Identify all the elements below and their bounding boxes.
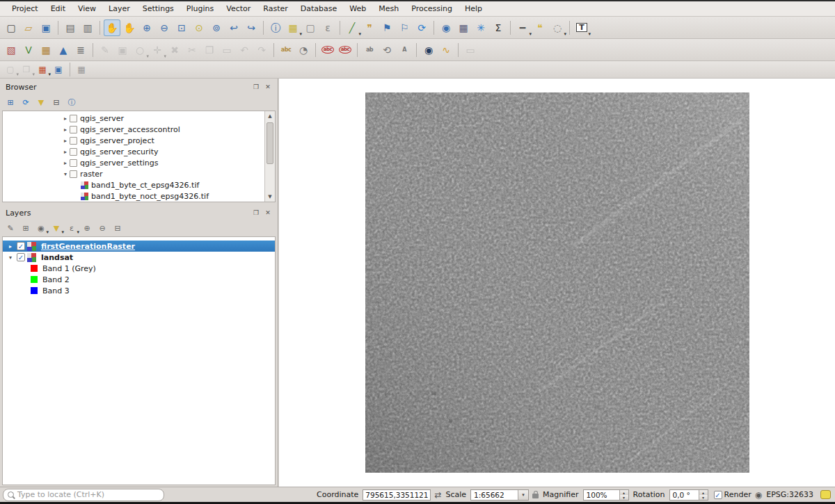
- browser-item[interactable]: band1_byte_noct_epsg4326.tif: [3, 190, 264, 202]
- layer-visibility-checkbox[interactable]: ✓: [17, 242, 25, 250]
- menu-item-database[interactable]: Database: [294, 3, 344, 15]
- move-label-icon[interactable]: ab: [361, 42, 378, 58]
- text-annotation-icon[interactable]: ❝: [532, 19, 548, 36]
- show-layout-manager-icon[interactable]: ▥: [79, 19, 96, 36]
- label-tool-icon[interactable]: T▾: [573, 19, 590, 36]
- messages-icon[interactable]: [820, 490, 831, 499]
- map-tips-icon[interactable]: ❞: [361, 19, 378, 36]
- select-features-icon[interactable]: ▦▾: [285, 19, 301, 36]
- map-canvas[interactable]: [279, 79, 835, 487]
- coordinate-input[interactable]: 795615,3351121: [363, 489, 431, 501]
- zoom-full-icon[interactable]: ⊡: [173, 19, 190, 36]
- browser-item[interactable]: ▸qgis_server_security: [3, 146, 264, 157]
- close-panel-icon[interactable]: ✕: [264, 83, 272, 90]
- advanced-digitizing-icon[interactable]: ▦▾: [35, 63, 50, 76]
- lock-scale-icon[interactable]: [532, 494, 539, 498]
- change-label-icon[interactable]: A: [396, 42, 413, 58]
- menu-item-layer[interactable]: Layer: [102, 3, 136, 15]
- browser-item[interactable]: ▸qgis_server: [3, 113, 264, 124]
- menu-item-settings[interactable]: Settings: [136, 3, 180, 15]
- menu-item-help[interactable]: Help: [459, 3, 488, 15]
- add-group-icon[interactable]: ⊞: [19, 222, 33, 234]
- menu-item-vector[interactable]: Vector: [220, 3, 257, 15]
- measure-icon[interactable]: ╱▾: [344, 19, 360, 36]
- filter-legend-icon[interactable]: ▼▾: [49, 222, 63, 234]
- rotation-spinbox[interactable]: 0,0 ° ▴▾: [669, 489, 708, 501]
- save-project-icon[interactable]: ▣: [38, 19, 54, 36]
- layer-item[interactable]: ▸✓firstGenerationRaster: [3, 241, 275, 252]
- refresh-browser-icon[interactable]: ⟳: [19, 96, 33, 108]
- refresh-map-icon[interactable]: ⟳: [413, 19, 430, 36]
- open-project-icon[interactable]: ▱: [20, 19, 37, 36]
- float-panel-icon[interactable]: ❐: [252, 209, 260, 216]
- pin-labels-icon[interactable]: abc: [319, 42, 336, 58]
- metasearch-icon[interactable]: ◉: [420, 42, 437, 58]
- magnifier-spinbox[interactable]: 100% ▴▾: [583, 489, 629, 501]
- collapse-all-layers-icon[interactable]: ⊖: [95, 222, 109, 234]
- zoom-next-icon[interactable]: ↪: [243, 19, 260, 36]
- menu-item-raster[interactable]: Raster: [257, 3, 294, 15]
- pan-to-selection-icon[interactable]: ✋: [121, 19, 138, 36]
- menu-item-plugins[interactable]: Plugins: [180, 3, 220, 15]
- add-raster-layer-icon[interactable]: ▦: [38, 42, 54, 58]
- annotation-icon[interactable]: ◌▾: [549, 19, 566, 36]
- manage-map-themes-icon[interactable]: ◉▾: [34, 222, 48, 234]
- properties-widget-icon[interactable]: ⓘ: [65, 96, 79, 108]
- extents-toggle-icon[interactable]: ⇄: [434, 490, 441, 500]
- menu-item-web[interactable]: Web: [343, 3, 372, 15]
- spin-buttons[interactable]: ▴▾: [619, 490, 628, 500]
- python-console-icon[interactable]: ∿: [438, 42, 454, 58]
- scrollbar-thumb[interactable]: [267, 122, 273, 164]
- menu-item-mesh[interactable]: Mesh: [372, 3, 405, 15]
- open-data-source-manager-icon[interactable]: ▧: [3, 42, 19, 58]
- browser-item[interactable]: ▸qgis_server_settings: [3, 157, 264, 168]
- layer-item[interactable]: ▾✓landsat: [3, 252, 275, 263]
- stream-digitizing-icon[interactable]: ▣: [51, 63, 66, 76]
- spin-buttons[interactable]: ▴▾: [699, 490, 708, 500]
- deselect-features-icon[interactable]: ▢: [302, 19, 319, 36]
- menu-item-processing[interactable]: Processing: [405, 3, 459, 15]
- expand-all-icon[interactable]: ⊕: [80, 222, 94, 234]
- band-item[interactable]: Band 3: [3, 285, 275, 296]
- menu-item-edit[interactable]: Edit: [45, 3, 72, 15]
- open-attribute-table-icon[interactable]: ▦: [455, 19, 472, 36]
- statistics-summary-icon[interactable]: Σ: [490, 19, 507, 36]
- browser-item[interactable]: ▸qgis_server_accesscontrol: [3, 124, 264, 135]
- browser-item[interactable]: band1_byte_ct_epsg4326.tif: [3, 179, 264, 190]
- identify-features-icon[interactable]: ⓘ: [267, 19, 284, 36]
- render-checkbox[interactable]: ✓ Render: [712, 490, 752, 499]
- new-bookmark-icon[interactable]: ⚑: [379, 19, 395, 36]
- remove-layer-icon[interactable]: ⊟: [111, 222, 125, 234]
- filter-browser-icon[interactable]: ▼: [34, 96, 48, 108]
- locate-search-input[interactable]: Type to locate (Ctrl+K): [3, 489, 164, 501]
- zoom-out-icon[interactable]: ⊖: [156, 19, 173, 36]
- float-panel-icon[interactable]: ❐: [252, 83, 260, 90]
- new-print-layout-icon[interactable]: ▤: [62, 19, 79, 36]
- crs-globe-icon[interactable]: ◉: [755, 490, 762, 500]
- filter-by-expression-icon[interactable]: ε▾: [65, 222, 79, 234]
- layer-labeling-icon[interactable]: abc: [278, 42, 294, 58]
- zoom-native-resolution-icon[interactable]: ◉: [438, 19, 454, 36]
- zoom-to-layer-icon[interactable]: ⊚: [208, 19, 225, 36]
- browser-item[interactable]: ▾raster: [3, 168, 264, 179]
- scale-combo[interactable]: 1:65662 ▾: [470, 489, 529, 501]
- add-delimited-text-layer-icon[interactable]: ≣: [72, 42, 89, 58]
- browser-item[interactable]: ▸qgis_server_project: [3, 135, 264, 146]
- scale-dropdown-icon[interactable]: ▾: [518, 490, 528, 500]
- processing-toolbox-icon[interactable]: ✳: [472, 19, 489, 36]
- layer-visibility-checkbox[interactable]: ✓: [17, 253, 25, 261]
- select-by-expression-icon[interactable]: ε: [319, 19, 336, 36]
- measure-line-icon[interactable]: ━▾: [514, 19, 531, 36]
- band-item[interactable]: Band 1 (Grey): [3, 263, 275, 274]
- menu-item-project[interactable]: Project: [6, 3, 45, 15]
- highlight-pinned-labels-icon[interactable]: abc: [337, 42, 353, 58]
- scroll-up-icon[interactable]: ▲: [265, 111, 275, 121]
- add-mesh-layer-icon[interactable]: ▲: [55, 42, 72, 58]
- menu-item-view[interactable]: View: [72, 3, 102, 15]
- add-selected-layers-icon[interactable]: ⊞: [3, 96, 17, 108]
- add-vector-layer-icon[interactable]: V: [20, 42, 37, 58]
- zoom-to-selection-icon[interactable]: ⊙: [191, 19, 207, 36]
- rotate-label-icon[interactable]: ⟲: [379, 42, 395, 58]
- collapse-all-icon[interactable]: ⊟: [49, 96, 63, 108]
- browser-scrollbar[interactable]: ▲ ▼: [264, 111, 275, 202]
